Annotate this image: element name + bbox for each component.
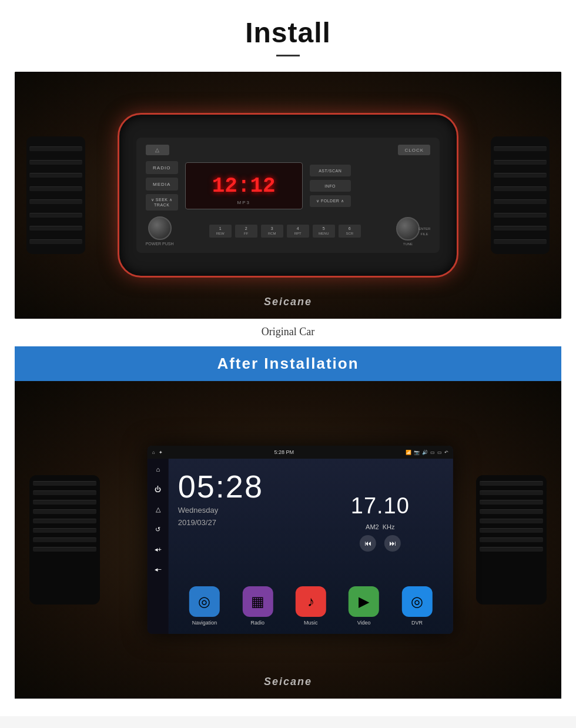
vent-slat bbox=[494, 160, 547, 165]
preset-3[interactable]: 3RCM bbox=[261, 225, 283, 238]
page-container: Install bbox=[0, 0, 576, 716]
radio-controls: ⏮ ⏭ bbox=[360, 535, 401, 552]
android-content: 05:28 Wednesday 2019/03/27 17.10 AM2 KHz bbox=[169, 459, 453, 634]
tune-label: TUNE bbox=[403, 242, 413, 246]
settings-icon: ✦ bbox=[159, 450, 163, 455]
radio-frequency: 17.10 bbox=[351, 493, 410, 519]
vent-slat bbox=[33, 509, 96, 514]
media-button[interactable]: MEDIA bbox=[146, 178, 178, 191]
volume-knob[interactable] bbox=[148, 216, 172, 240]
back-icon: ↶ bbox=[444, 450, 448, 455]
vent-slat bbox=[480, 481, 543, 486]
video-app-label: Video bbox=[357, 620, 371, 626]
android-sidebar: ⌂ ⏻ △ ↺ ◂+ ◂− bbox=[148, 459, 169, 634]
date-display: 2019/03/27 bbox=[178, 518, 305, 527]
vent-slat bbox=[480, 490, 543, 495]
radio-unit-frame: △ CLOCK RADIO MEDIA ∨ SEEK ∧ TRACK bbox=[118, 113, 458, 278]
display-screen: 12:12 MP3 bbox=[185, 162, 303, 209]
music-app-icon[interactable]: ♪ Music bbox=[296, 586, 326, 626]
power-push-label: POWER PUSH bbox=[146, 242, 174, 246]
sidebar-power-icon[interactable]: ⏻ bbox=[152, 483, 164, 495]
vent-slat bbox=[29, 146, 82, 151]
radio-block: 17.10 AM2 KHz ⏮ ⏭ bbox=[317, 470, 444, 575]
original-car-image: △ CLOCK RADIO MEDIA ∨ SEEK ∧ TRACK bbox=[15, 72, 561, 319]
preset-buttons: 1REW 2FF 3RCM 4RPT 5MENU 6SCR bbox=[179, 225, 391, 238]
seicane-logo-original: Seicane bbox=[264, 296, 312, 308]
info-button[interactable]: INFO bbox=[310, 180, 351, 192]
prev-station-button[interactable]: ⏮ bbox=[360, 535, 376, 552]
dashboard-background: △ CLOCK RADIO MEDIA ∨ SEEK ∧ TRACK bbox=[15, 72, 561, 319]
sidebar-home-icon[interactable]: ⌂ bbox=[152, 463, 164, 475]
music-app-label: Music bbox=[304, 620, 318, 626]
vent-slat bbox=[480, 500, 543, 505]
after-right-vent bbox=[476, 475, 547, 605]
tune-knob[interactable] bbox=[396, 217, 420, 241]
vent-slat bbox=[29, 213, 82, 218]
original-car-wrapper: △ CLOCK RADIO MEDIA ∨ SEEK ∧ TRACK bbox=[15, 72, 561, 346]
statusbar-right: 📶 📷 🔊 ▭ ▭ ↶ bbox=[406, 450, 448, 455]
seek-label: ∨ SEEK ∧ bbox=[151, 197, 173, 202]
images-section: △ CLOCK RADIO MEDIA ∨ SEEK ∧ TRACK bbox=[15, 72, 561, 699]
vent-slat bbox=[494, 213, 547, 218]
mp3-label: MP3 bbox=[237, 200, 250, 205]
radio-bottom-row: POWER PUSH 1REW 2FF 3RCM 4RPT 5MENU 6SCR bbox=[146, 216, 431, 246]
nav-app-label: Navigation bbox=[192, 620, 217, 626]
sidebar-back-icon[interactable]: ↺ bbox=[152, 523, 164, 535]
clock-button[interactable]: CLOCK bbox=[398, 145, 430, 155]
ast-scan-button[interactable]: AST/SCAN bbox=[310, 165, 351, 176]
rect-icon-1: ▭ bbox=[430, 450, 435, 455]
app-icons-row: ◎ Navigation ▦ Radio ♪ Music bbox=[169, 580, 453, 634]
track-label: TRACK bbox=[154, 202, 169, 208]
radio-buttons-left: RADIO MEDIA ∨ SEEK ∧ TRACK bbox=[146, 161, 178, 211]
vent-slat bbox=[29, 186, 82, 191]
preset-4[interactable]: 4RPT bbox=[287, 225, 309, 238]
clock-radio-area: 05:28 Wednesday 2019/03/27 17.10 AM2 KHz bbox=[169, 459, 453, 580]
vent-slat bbox=[494, 239, 547, 244]
original-car-label: Original Car bbox=[15, 319, 561, 346]
folder-button[interactable]: ∨ FOLDER ∧ bbox=[310, 195, 351, 207]
preset-2[interactable]: 2FF bbox=[235, 225, 257, 238]
android-main: ⌂ ⏻ △ ↺ ◂+ ◂− 05:28 Wednesday bbox=[148, 459, 453, 634]
dvr-app-icon[interactable]: ◎ DVR bbox=[402, 586, 433, 626]
enter-label: ENTER bbox=[418, 227, 430, 231]
left-vent bbox=[26, 136, 85, 254]
after-installation-banner: After Installation bbox=[15, 346, 561, 381]
time-block: 05:28 Wednesday 2019/03/27 bbox=[178, 470, 305, 575]
preset-6[interactable]: 6SCR bbox=[339, 225, 361, 238]
radio-app-icon[interactable]: ▦ Radio bbox=[242, 586, 273, 626]
vent-slat bbox=[494, 173, 547, 178]
seek-track-button[interactable]: ∨ SEEK ∧ TRACK bbox=[146, 194, 178, 211]
sidebar-vol-up-icon[interactable]: ◂− bbox=[152, 563, 164, 575]
big-time-display: 05:28 bbox=[178, 470, 305, 502]
sidebar-bell-icon[interactable]: △ bbox=[152, 503, 164, 515]
radio-button[interactable]: RADIO bbox=[146, 161, 178, 174]
eject-button[interactable]: △ bbox=[146, 145, 169, 155]
sidebar-vol-down-icon[interactable]: ◂+ bbox=[152, 543, 164, 555]
vent-slat bbox=[29, 160, 82, 165]
radio-band: AM2 bbox=[366, 523, 379, 530]
vent-slat bbox=[29, 173, 82, 178]
vent-slat bbox=[480, 537, 543, 542]
after-installation-text: After Installation bbox=[217, 355, 359, 372]
vent-slat bbox=[494, 199, 547, 204]
next-station-button[interactable]: ⏭ bbox=[384, 535, 401, 552]
day-display: Wednesday bbox=[178, 506, 305, 515]
music-icon-box: ♪ bbox=[296, 586, 326, 617]
page-title: Install bbox=[0, 16, 576, 49]
after-installation-image: ⌂ ✦ 5:28 PM 📶 📷 🔊 ▭ ▭ ↶ bbox=[15, 381, 561, 699]
after-left-vent bbox=[29, 475, 100, 605]
preset-1[interactable]: 1REW bbox=[209, 225, 232, 238]
rect-icon-2: ▭ bbox=[437, 450, 442, 455]
radio-app-label: Radio bbox=[251, 620, 265, 626]
seicane-logo-after: Seicane bbox=[264, 676, 312, 688]
volume-icon: 🔊 bbox=[422, 450, 428, 455]
vent-slat bbox=[494, 186, 547, 191]
vent-slat bbox=[480, 528, 543, 533]
dvr-icon-box: ◎ bbox=[402, 586, 433, 617]
android-head-unit: ⌂ ✦ 5:28 PM 📶 📷 🔊 ▭ ▭ ↶ bbox=[148, 446, 453, 634]
video-app-icon[interactable]: ▶ Video bbox=[349, 586, 379, 626]
preset-5[interactable]: 5MENU bbox=[313, 225, 335, 238]
header: Install bbox=[0, 0, 576, 72]
nav-app-icon[interactable]: ◎ Navigation bbox=[189, 586, 220, 626]
vent-slat bbox=[29, 239, 82, 244]
